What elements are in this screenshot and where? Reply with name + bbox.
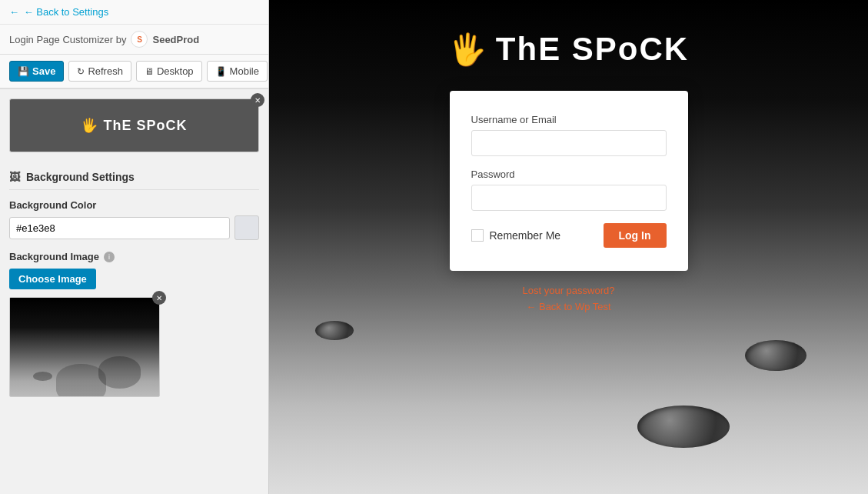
preview-links: Lost your password? ← Back to Wp Test — [523, 285, 615, 317]
bg-color-input-row — [9, 215, 259, 240]
preview-form-card: Username or Email Password Remember Me L… — [450, 91, 688, 271]
image-close-icon: ✕ — [156, 294, 162, 302]
remember-left: Remember Me — [471, 229, 561, 242]
logo-preview-text: ThE SPoCK — [103, 118, 187, 134]
logo-close-icon: ✕ — [254, 96, 261, 105]
logo-preview-area: 🖐 ThE SPoCK ✕ — [9, 98, 259, 152]
seedprod-branding: Login Page Customizer by S SeedProd — [0, 25, 268, 55]
bg-image-section: Background Image i Choose Image ✕ — [9, 251, 259, 397]
info-icon[interactable]: i — [104, 252, 115, 262]
refresh-icon: ↻ — [77, 66, 85, 77]
mobile-button[interactable]: 📱 Mobile — [207, 61, 268, 82]
desktop-button[interactable]: 🖥 Desktop — [136, 61, 202, 82]
remember-row: Remember Me Log In — [471, 223, 667, 248]
username-input[interactable] — [471, 130, 667, 156]
bg-color-label: Background Color — [9, 199, 259, 211]
logo-hand-icon: 🖐 — [81, 117, 98, 134]
back-link-label: ← Back to Settings — [24, 6, 109, 18]
bg-color-swatch[interactable] — [234, 215, 259, 240]
choose-image-label: Choose Image — [18, 273, 87, 285]
bg-settings-header: 🖼 Background Settings — [9, 162, 259, 190]
preview-logo-text: ThE SPoCK — [496, 31, 689, 68]
seedprod-brand-name: SeedProd — [152, 34, 199, 45]
image-close-button[interactable]: ✕ — [152, 291, 166, 305]
password-label: Password — [471, 169, 667, 180]
desktop-icon: 🖥 — [145, 66, 154, 77]
login-button-label: Log In — [619, 229, 651, 242]
back-to-wp-test-link[interactable]: ← Back to Wp Test — [523, 301, 615, 312]
moon-preview-image — [10, 298, 159, 396]
save-button[interactable]: 💾 Save — [9, 61, 64, 82]
bg-image-label-row: Background Image i — [9, 251, 259, 262]
left-panel: ← ← Back to Settings Login Page Customiz… — [0, 0, 269, 494]
preview-content: 🖐 ThE SPoCK Username or Email Password R… — [269, 0, 868, 494]
remember-me-checkbox[interactable] — [471, 229, 484, 242]
choose-image-button[interactable]: Choose Image — [9, 269, 96, 289]
bg-settings-title: Background Settings — [26, 171, 135, 183]
back-arrow-icon: ← — [9, 6, 19, 18]
password-input[interactable] — [471, 185, 667, 211]
preview-panel: 🖐 ThE SPoCK Username or Email Password R… — [269, 0, 868, 494]
seedprod-logo-icon: S — [131, 31, 148, 48]
refresh-button[interactable]: ↻ Refresh — [68, 61, 131, 82]
username-label: Username or Email — [471, 114, 667, 125]
refresh-label: Refresh — [88, 65, 123, 77]
logo-close-button[interactable]: ✕ — [251, 93, 264, 107]
image-preview — [9, 297, 160, 397]
bg-image-label: Background Image — [9, 251, 99, 262]
save-label: Save — [32, 65, 55, 77]
toolbar: 💾 Save ↻ Refresh 🖥 Desktop 📱 Mobile — [0, 55, 268, 88]
image-preview-container: ✕ — [9, 297, 160, 397]
desktop-label: Desktop — [157, 65, 194, 77]
save-icon: 💾 — [18, 66, 29, 77]
preview-hand-icon: 🖐 — [448, 32, 488, 68]
lost-password-link[interactable]: Lost your password? — [523, 285, 615, 296]
remember-me-label: Remember Me — [490, 229, 561, 242]
back-to-settings-link[interactable]: ← ← Back to Settings — [0, 0, 268, 25]
logo-preview-image: 🖐 ThE SPoCK — [81, 117, 187, 134]
top-bar: ← ← Back to Settings Login Page Customiz… — [0, 0, 268, 89]
bg-color-section: Background Color — [9, 199, 259, 240]
mobile-icon: 📱 — [215, 66, 227, 77]
mobile-label: Mobile — [230, 65, 259, 77]
background-settings-panel: 🖼 Background Settings Background Color B… — [9, 162, 259, 397]
branding-text: Login Page Customizer by — [9, 34, 126, 45]
bg-color-input[interactable] — [9, 217, 230, 239]
login-button[interactable]: Log In — [604, 223, 667, 248]
bg-settings-icon: 🖼 — [9, 171, 20, 183]
preview-logo: 🖐 ThE SPoCK — [448, 31, 689, 68]
